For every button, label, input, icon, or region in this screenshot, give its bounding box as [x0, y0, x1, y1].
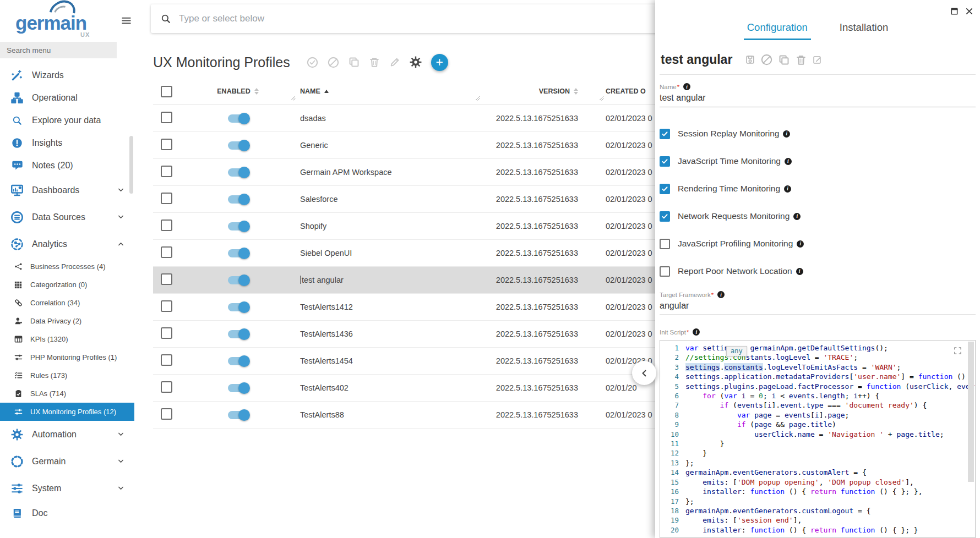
row-checkbox[interactable] [161, 408, 172, 420]
add-button[interactable]: + [431, 54, 448, 71]
line-number: 1 [660, 343, 679, 353]
enabled-toggle[interactable] [228, 411, 248, 419]
sidebar-item-germain[interactable]: Germain [0, 448, 134, 475]
enabled-toggle[interactable] [228, 249, 248, 257]
sidebar-item-explore-your-data[interactable]: Explore your data [0, 109, 134, 131]
row-checkbox[interactable] [161, 300, 172, 312]
select-all-checkbox[interactable] [161, 86, 172, 97]
column-header-name[interactable]: NAME [293, 78, 477, 105]
column-header-version[interactable]: VERSION [477, 78, 601, 105]
sidebar-subitem-correlation-34[interactable]: Correlation (34) [0, 294, 134, 312]
javascript-time-monitoring-checkbox[interactable] [660, 156, 670, 167]
sort-icon[interactable] [254, 88, 259, 95]
sidebar-item-dashboards[interactable]: Dashboards [0, 177, 134, 204]
delete-button[interactable] [369, 57, 380, 68]
editor-scrollbar[interactable] [968, 342, 974, 482]
row-checkbox[interactable] [161, 273, 172, 285]
close-button[interactable] [965, 5, 973, 17]
sidebar-item-insights[interactable]: Insights [0, 131, 134, 154]
row-checkbox[interactable] [161, 112, 172, 123]
sort-icon[interactable] [574, 88, 578, 95]
sidebar-subitem-php-monitoring-profiles-1[interactable]: PHP Monitoring Profiles (1) [0, 348, 134, 366]
line-number: 7 [660, 400, 679, 410]
enabled-toggle[interactable] [228, 303, 248, 311]
sidebar-subitem-rules-173[interactable]: Rules (173) [0, 366, 134, 385]
sidebar-item-wizards[interactable]: Wizards [0, 64, 134, 86]
text-caret [300, 276, 301, 284]
column-header-enabled[interactable]: ENABLED [183, 78, 293, 105]
network-requests-monitoring-checkbox[interactable] [660, 211, 670, 222]
enabled-toggle[interactable] [228, 357, 248, 365]
sidebar-item-automation[interactable]: Automation [0, 421, 134, 448]
sidebar-subitem-slas-714[interactable]: SLAs (714) [0, 385, 134, 403]
enabled-toggle[interactable] [228, 222, 248, 230]
tab-configuration[interactable]: Configuration [744, 18, 811, 40]
hamburger-menu-icon[interactable] [121, 15, 132, 26]
line-number: 12 [660, 448, 679, 458]
enabled-toggle[interactable] [228, 168, 248, 177]
code-line: 11} [660, 439, 975, 448]
row-checkbox[interactable] [161, 166, 172, 177]
enabled-toggle[interactable] [228, 114, 248, 123]
enabled-toggle[interactable] [228, 276, 248, 284]
menu-search-input[interactable] [0, 42, 117, 58]
name-field[interactable]: Name*i test angular [660, 83, 976, 107]
row-checkbox[interactable] [161, 327, 172, 339]
tab-installation[interactable]: Installation [836, 18, 891, 40]
book-icon [9, 508, 25, 519]
sidebar-item-data-sources[interactable]: Data Sources [0, 204, 134, 230]
row-checkbox[interactable] [161, 219, 172, 231]
column-label: ENABLED [217, 87, 250, 95]
target-framework-field[interactable]: Target Framework*i angular [660, 291, 976, 315]
enabled-toggle[interactable] [228, 141, 248, 150]
sidebar-item-label: Automation [32, 430, 117, 440]
row-checkbox[interactable] [161, 193, 172, 204]
session-replay-monitoring-checkbox[interactable] [660, 129, 670, 139]
sidebar-subitem-ux-monitoring-profiles-12[interactable]: UX Monitoring Profiles (12) [0, 403, 134, 421]
delete-button[interactable] [796, 54, 807, 65]
sidebar-subitem-categorization-0[interactable]: Categorization (0) [0, 276, 134, 294]
enabled-toggle[interactable] [228, 330, 248, 338]
copy-button[interactable] [349, 57, 360, 68]
name-field-value[interactable]: test angular [660, 93, 976, 107]
sidebar-item-analytics[interactable]: Analytics [0, 230, 134, 257]
disable-button[interactable] [761, 54, 772, 65]
code-line: 2//settings.constants.logLevel = 'TRACE'… [660, 353, 975, 362]
sidebar-subitem-data-privacy-2[interactable]: Data Privacy (2) [0, 312, 134, 330]
sidebar-scrollbar[interactable] [129, 136, 133, 194]
enabled-toggle[interactable] [228, 195, 248, 204]
row-checkbox[interactable] [161, 139, 172, 150]
sidebar-item-operational[interactable]: Operational [0, 86, 134, 109]
dashboard-icon [9, 184, 25, 197]
sidebar-item-system[interactable]: System [0, 475, 134, 502]
edit-button[interactable] [389, 57, 400, 68]
settings-button[interactable] [410, 56, 422, 68]
report-poor-network-location-checkbox[interactable] [660, 266, 670, 277]
approve-button[interactable] [307, 57, 318, 68]
row-checkbox[interactable] [161, 381, 172, 393]
system-icon [9, 482, 25, 495]
sidebar-item-notes-20[interactable]: Notes (20) [0, 154, 134, 177]
sidebar-item-doc[interactable]: Doc [0, 502, 134, 524]
javascript-profiling-monitoring-checkbox[interactable] [660, 239, 670, 249]
edit-button[interactable] [813, 54, 822, 65]
sort-asc-icon[interactable] [324, 90, 329, 93]
enabled-toggle[interactable] [228, 384, 248, 392]
target-framework-value[interactable]: angular [660, 301, 976, 315]
collapse-panel-button[interactable] [632, 361, 656, 385]
profile-name: TestAlerts88 [300, 410, 344, 419]
rendering-time-monitoring-checkbox[interactable] [660, 184, 670, 194]
copy-button[interactable] [778, 54, 790, 65]
sidebar-subitem-kpis-1320[interactable]: KPIs (1320) [0, 330, 134, 348]
brand-name: germain [15, 12, 86, 34]
init-script-editor[interactable]: any 1var settings = germainApm.getDefaul… [660, 340, 976, 538]
save-button[interactable] [745, 54, 755, 65]
row-checkbox[interactable] [161, 246, 172, 258]
column-label: CREATED O [606, 87, 646, 95]
popout-button[interactable] [950, 5, 959, 17]
fullscreen-icon[interactable] [954, 347, 962, 355]
disable-button[interactable] [328, 57, 339, 68]
row-checkbox[interactable] [161, 354, 172, 366]
comment-icon [9, 160, 25, 171]
sidebar-subitem-business-processes-4[interactable]: Business Processes (4) [0, 257, 134, 276]
